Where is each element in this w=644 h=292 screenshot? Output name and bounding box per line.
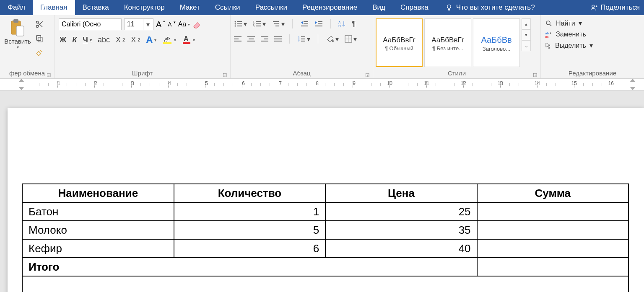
cell-qty[interactable]: 5 — [174, 221, 326, 239]
cell-total-sum[interactable] — [477, 258, 628, 276]
cell-price[interactable]: 40 — [325, 239, 477, 258]
cell-qty[interactable]: 1 — [174, 202, 326, 221]
table-header[interactable]: Цена — [325, 184, 477, 202]
style-heading1[interactable]: АаБбВв Заголово... — [473, 18, 520, 67]
grow-font-button[interactable]: A▴ — [156, 20, 165, 29]
clear-formatting-button[interactable] — [192, 20, 202, 28]
find-button[interactable]: Найти▾ — [545, 19, 582, 27]
gallery-up-button[interactable]: ▴ — [522, 18, 531, 29]
table-header-row[interactable]: Наименование Количество Цена Сумма — [22, 184, 628, 202]
tell-me-search[interactable]: Что вы хотите сделать? — [439, 0, 586, 15]
table-header[interactable]: Сумма — [477, 184, 628, 202]
table-empty-row[interactable] — [22, 276, 628, 292]
svg-rect-9 — [163, 42, 171, 44]
tab-review[interactable]: Рецензирование — [295, 0, 365, 15]
replace-button[interactable]: abac Заменить — [545, 31, 586, 38]
table-total-row[interactable]: Итого — [22, 258, 628, 276]
share-button[interactable]: Поделиться — [586, 0, 644, 15]
tab-references[interactable]: Ссылки — [208, 0, 248, 15]
bullets-button[interactable]: ▾ — [234, 20, 247, 28]
cut-button[interactable] — [34, 19, 44, 29]
align-justify-button[interactable] — [274, 36, 282, 42]
gallery-down-button[interactable]: ▾ — [522, 29, 531, 40]
horizontal-ruler[interactable]: 12345678910111213141516 — [0, 79, 644, 90]
borders-button[interactable]: ▾ — [345, 35, 357, 43]
tell-me-placeholder: Что вы хотите сделать? — [456, 3, 535, 12]
cell-name[interactable]: Батон — [22, 202, 174, 221]
numbering-button[interactable]: 123▾ — [253, 20, 266, 28]
svg-rect-25 — [274, 23, 279, 24]
table-header[interactable]: Наименование — [22, 184, 174, 202]
table-row[interactable]: Кефир640 — [22, 239, 628, 258]
cell-sum[interactable] — [477, 221, 628, 239]
svg-rect-40 — [247, 41, 255, 41]
cell-qty[interactable]: 6 — [174, 239, 326, 258]
tab-mailings[interactable]: Рассылки — [248, 0, 295, 15]
paste-button[interactable]: Вставить ▾ — [3, 17, 33, 49]
right-indent-marker[interactable] — [630, 87, 636, 90]
subscript-button[interactable]: X2 — [116, 36, 125, 44]
style-no-spacing[interactable]: АаБбВвГг ¶ Без инте... — [424, 18, 471, 67]
document-table[interactable]: Наименование Количество Цена Сумма Батон… — [22, 183, 629, 292]
style-normal[interactable]: АаБбВвГг ¶ Обычный — [376, 18, 423, 67]
strikethrough-button[interactable]: abc — [98, 36, 110, 44]
chevron-down-icon[interactable]: ▾ — [143, 19, 152, 30]
chevron-down-icon: ▾ — [17, 45, 19, 49]
tab-view[interactable]: Вид — [365, 0, 393, 15]
increase-indent-button[interactable] — [314, 20, 323, 28]
hanging-indent-marker[interactable] — [18, 87, 24, 90]
sort-button[interactable]: AЯ — [338, 20, 346, 28]
multilevel-list-button[interactable]: ▾ — [272, 20, 285, 28]
align-center-button[interactable] — [247, 36, 255, 42]
align-left-button[interactable] — [234, 36, 242, 42]
table-row[interactable]: Молоко535 — [22, 221, 628, 239]
decrease-indent-button[interactable] — [300, 20, 309, 28]
cell-total-label[interactable]: Итого — [22, 258, 477, 276]
font-size-combo[interactable]: ▾ — [124, 18, 153, 30]
first-line-indent-marker[interactable] — [18, 79, 24, 82]
svg-rect-29 — [301, 26, 308, 26]
tab-layout[interactable]: Макет — [172, 0, 208, 15]
page[interactable]: Наименование Количество Цена Сумма Батон… — [8, 108, 644, 292]
italic-button[interactable]: К — [72, 36, 77, 44]
show-marks-button[interactable]: ¶ — [352, 20, 356, 28]
underline-button[interactable]: Ч▾ — [83, 36, 92, 44]
cell-price[interactable]: 25 — [325, 202, 477, 221]
superscript-button[interactable]: X2 — [131, 36, 140, 44]
bold-button[interactable]: Ж — [60, 36, 66, 44]
format-painter-button[interactable] — [34, 48, 44, 58]
font-dialog-launcher[interactable]: ◲ — [223, 72, 227, 78]
table-header[interactable]: Количество — [174, 184, 326, 202]
tab-home[interactable]: Главная — [33, 0, 75, 15]
highlight-button[interactable]: ab ▾ — [162, 35, 176, 44]
cell-price[interactable]: 35 — [325, 221, 477, 239]
paragraph-dialog-launcher[interactable]: ◲ — [365, 72, 369, 78]
styles-dialog-launcher[interactable]: ◲ — [533, 72, 537, 78]
shading-button[interactable]: ▾ — [326, 35, 339, 43]
right-indent-marker-top[interactable] — [630, 79, 636, 82]
font-size-input[interactable] — [125, 21, 143, 28]
gallery-more-button[interactable]: ⌄ — [522, 40, 531, 51]
cell-empty[interactable] — [22, 276, 628, 292]
shrink-font-button[interactable]: A▾ — [168, 21, 175, 28]
cell-name[interactable]: Кефир — [22, 239, 174, 258]
cell-sum[interactable] — [477, 239, 628, 258]
font-color-button[interactable]: A ▾ — [182, 35, 195, 44]
cell-sum[interactable] — [477, 202, 628, 221]
align-right-button[interactable] — [261, 36, 268, 42]
tab-insert[interactable]: Вставка — [75, 0, 117, 15]
text-effects-button[interactable]: A▾ — [146, 34, 156, 45]
tab-file[interactable]: Файл — [0, 0, 33, 15]
cell-name[interactable]: Молоко — [22, 221, 174, 239]
change-case-button[interactable]: Aa▾ — [178, 21, 190, 28]
font-name-combo[interactable]: ▾ — [59, 18, 122, 30]
tab-help[interactable]: Справка — [393, 0, 436, 15]
table-row[interactable]: Батон125 — [22, 202, 628, 221]
copy-button[interactable] — [34, 34, 44, 44]
select-button[interactable]: Выделить▾ — [545, 41, 593, 49]
svg-rect-30 — [318, 21, 322, 22]
clipboard-dialog-launcher[interactable]: ◲ — [47, 72, 51, 78]
document-area[interactable]: Наименование Количество Цена Сумма Батон… — [0, 90, 644, 292]
line-spacing-button[interactable]: ▾ — [297, 35, 310, 43]
tab-design[interactable]: Конструктор — [117, 0, 172, 15]
